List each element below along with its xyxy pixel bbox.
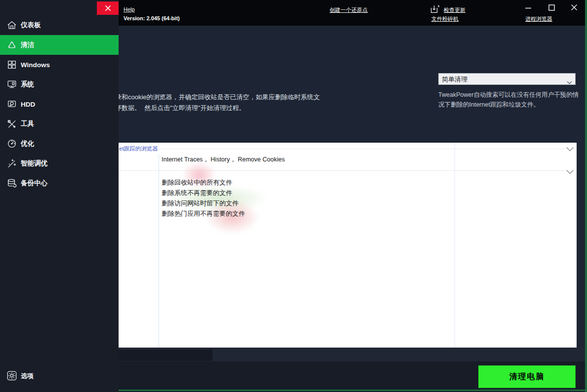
expand-group-1-chevron-icon[interactable]: [566, 145, 574, 154]
maximize-icon[interactable]: [548, 4, 555, 11]
speedometer-icon: [6, 138, 17, 149]
group-header-browsers: et跟踪的浏览器: [119, 145, 160, 153]
close-x-icon: [105, 5, 111, 11]
expand-group-2-chevron-icon[interactable]: [566, 168, 574, 177]
sidebar-item-dashboard[interactable]: 仪表板: [0, 15, 119, 35]
file-shredder-link[interactable]: 文件粉碎机: [431, 15, 459, 23]
monitor-icon: [6, 79, 17, 90]
sidebar-item-label: 系统: [21, 80, 34, 89]
divider: [455, 143, 455, 348]
process-browser-link[interactable]: 进程浏览器: [525, 15, 552, 23]
magic-wand-icon: [6, 158, 17, 169]
recycle-icon: [6, 39, 17, 50]
cleanup-mode-select[interactable]: 简单清理: [438, 73, 576, 85]
options-label: 选项: [21, 372, 34, 381]
clean-computer-button[interactable]: 清理电脑: [478, 365, 576, 388]
sidebar-item-backup-center[interactable]: 备份中心: [0, 173, 119, 193]
tools-icon: [6, 118, 17, 129]
backup-icon: [6, 178, 17, 189]
task-item: 删除回收站中的所有文件: [162, 177, 245, 188]
sidebar-item-label: 清洁: [21, 40, 34, 49]
file-shredder-icon: [429, 4, 440, 15]
sidebar-item-label: 仪表板: [21, 21, 41, 30]
task-item: 删除系统不再需要的文件: [162, 188, 245, 198]
cleanup-mode-value: 简单清理: [442, 75, 467, 84]
task-item: 删除访问网站时留下的文件: [162, 198, 245, 208]
intro-line-2: 序数据。 然后点击"立即清理"开始清理过程。: [119, 103, 342, 114]
gear-icon: [6, 370, 17, 381]
minimize-icon[interactable]: [525, 7, 532, 9]
cleanup-results-panel: et跟踪的浏览器 Internet Traces， History， Remov…: [119, 143, 577, 348]
version-label: Version: 2.045 (64-bit): [124, 15, 180, 21]
task-item: 删除热门应用不再需要的文件: [162, 208, 245, 219]
cleanup-mode-description: TweakPower自动搜索可以在没有任何用户干预的情况下删除的Internet…: [438, 90, 580, 110]
sidebar-item-label: 智能调优: [21, 159, 47, 168]
sidebar-item-options[interactable]: 选项: [0, 369, 119, 383]
create-restore-point-link[interactable]: 创建一个还原点: [330, 6, 368, 14]
cleaner-intro-text: 录和cookie的浏览器，并确定回收站是否已清空，如果应删除临时系统文 序数据。…: [119, 92, 342, 115]
chevron-down-icon: [567, 78, 572, 86]
sidebar-item-system[interactable]: 系统: [0, 75, 119, 94]
titlebar: Help Version: 2.045 (64-bit) 创建一个还原点 检查更…: [119, 0, 587, 26]
sidebar-item-label: 优化: [21, 139, 34, 148]
sidebar-item-label: 备份中心: [21, 179, 47, 188]
sidebar-item-optimize[interactable]: 优化: [0, 134, 119, 154]
group-subtitle: Internet Traces， History， Remove Cookies: [162, 156, 285, 164]
sidebar-item-hdd[interactable]: HDD: [0, 94, 119, 114]
home-icon: [6, 20, 17, 31]
tweakpower-window: Help Version: 2.045 (64-bit) 创建一个还原点 检查更…: [0, 0, 587, 392]
cleanup-task-list: 删除回收站中的所有文件 删除系统不再需要的文件 删除访问网站时留下的文件 删除热…: [162, 177, 245, 219]
panel-close-button[interactable]: [97, 1, 119, 15]
sidebar-item-label: HDD: [21, 101, 35, 108]
harddrive-icon: [6, 99, 17, 110]
intro-line-1: 录和cookie的浏览器，并确定回收站是否已清空，如果应删除临时系统文: [119, 92, 342, 103]
windows-icon: [6, 59, 17, 70]
divider: [158, 149, 565, 149]
progress-area: [119, 350, 212, 361]
sidebar: 仪表板 清洁 Windows 系统: [0, 0, 119, 392]
sidebar-item-windows[interactable]: Windows: [0, 55, 119, 75]
divider: [119, 170, 565, 171]
close-icon[interactable]: [571, 4, 578, 11]
sidebar-item-tools[interactable]: 工具: [0, 114, 119, 134]
sidebar-item-smart-tuning[interactable]: 智能调优: [0, 154, 119, 173]
divider: [159, 154, 159, 348]
sidebar-item-label: Windows: [21, 61, 50, 69]
check-update-link[interactable]: 检查更新: [444, 6, 465, 14]
help-link[interactable]: Help: [124, 6, 135, 12]
sidebar-item-clean[interactable]: 清洁: [0, 35, 119, 55]
window-border-right: [585, 0, 587, 392]
window-border-bottom: [119, 390, 587, 391]
clean-computer-button-label: 清理电脑: [509, 372, 545, 382]
sidebar-item-label: 工具: [21, 119, 34, 128]
